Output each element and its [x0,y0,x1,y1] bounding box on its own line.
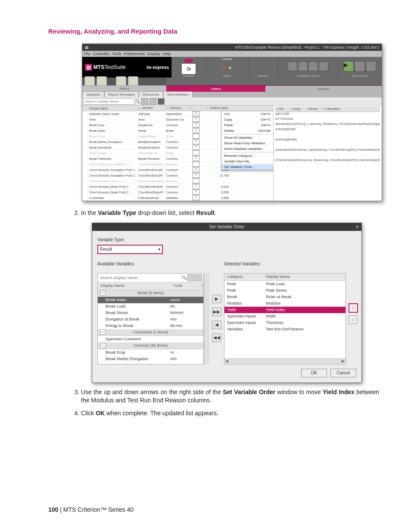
list-item[interactable]: BreakStrain at Break [224,294,346,300]
group-comments[interactable]: Comments (1 items) [98,329,203,336]
cancel-button[interactable]: Cancel [330,369,356,377]
col-enabled[interactable]: ▿ Enabled [188,106,204,110]
list-item[interactable]: Break Indexcount [98,297,203,303]
product-sub: tw express [146,65,169,70]
group-common[interactable]: Common (55 items) [98,342,203,349]
menu-controller[interactable]: Controller [93,52,110,56]
list-item[interactable]: Break StresskN/mm² [98,310,203,316]
filter-btn-3[interactable] [158,98,165,105]
list-item[interactable]: YieldYield Index [224,307,346,313]
menu-file[interactable]: File [84,52,90,56]
list-item[interactable]: Elongation at Breakmm [98,316,203,323]
menubar[interactable]: File Controller Tools Preferences Displa… [82,51,382,57]
menu-display[interactable]: Display [147,52,160,56]
stop-icon[interactable] [366,61,376,72]
ok-button[interactable]: OK [301,369,327,377]
section-heading: Reviewing, Analyzing, and Reporting Data [48,28,411,35]
list-item[interactable]: PeakPeak Load [224,281,346,287]
ctx-paste[interactable]: PasteCtrl+V [221,122,273,128]
move-up-button[interactable]: ↑ [349,303,358,313]
list-item[interactable]: PeakPeak Stress [224,287,346,294]
filter-btn-2[interactable] [149,98,156,105]
order-arrows: ↑ ↓ [349,273,356,364]
move-all-left-button[interactable]: ◀◀ [212,333,221,342]
bar-monitor[interactable]: Monitor [265,85,382,92]
cell-crosshead: Crosshead Controls [280,75,336,77]
sel-col-category[interactable]: Category [224,274,266,280]
list-item[interactable]: Break LoadkN [98,303,203,310]
tab-report-templates[interactable]: Report Templates [104,91,139,97]
ctx-show-all[interactable]: Show All Variables [221,135,273,140]
crosshead-btn-4[interactable] [319,62,328,71]
list-item[interactable]: Specimen InputsWidth [224,313,346,320]
app-icon: ▦ [85,45,89,50]
toolbar-left: ▼ [82,78,166,85]
variable-type-label: Variable Type: [97,237,356,243]
list-item[interactable]: Energy to BreakkN·mm [98,323,203,329]
bar-define[interactable]: Define [166,85,265,92]
avail-col-display-name[interactable]: Display Name [98,283,165,289]
search-icon[interactable]: 🔍 [181,275,187,281]
ctx-show-readonly[interactable]: Show Read-Only Variables [221,140,273,146]
search-input[interactable] [84,98,134,105]
variable-type-dropdown[interactable]: Result▾ [97,245,163,254]
search-bar: 🔍 [82,97,382,106]
window-title: MTS EM Example Tension (Simplified) : Pr… [235,45,379,50]
refresh-icon[interactable]: ⟳ [181,63,196,75]
bar-select[interactable]: Select [82,85,166,91]
ctx-delete[interactable]: DeleteCtrl+Del [221,128,273,134]
cell-status: Status [208,75,246,77]
move-down-button[interactable]: ↓ [349,315,357,324]
dialog-title: Set Variable Order [209,224,244,230]
list-item[interactable]: ModulusModulus [224,300,346,307]
cell-test: Test Controls [340,75,380,77]
col-identifier[interactable]: ▿ Identifier [137,106,165,110]
ctx-rename-category[interactable]: Rename Category… [221,153,273,159]
tab-test-definition[interactable]: Test Definition [163,91,193,97]
list-item[interactable]: Break Drop% [98,349,203,356]
menu-help[interactable]: Help [163,52,171,56]
ctx-copy[interactable]: CopyCtrl+C [221,117,273,122]
list-item[interactable]: Break Marker Elongationmm [98,356,203,362]
list-item[interactable]: VariablesTest Run End Reason [224,326,346,333]
ctx-set-variable-order[interactable]: Set Variable Order… [221,164,273,170]
selected-variables-pane: Category Display Name PeakPeak LoadPeakP… [224,273,346,364]
available-search-input[interactable] [99,275,181,280]
ctx-cut[interactable]: CutCtrl+X [221,111,273,117]
pause-icon[interactable] [355,61,365,72]
sel-col-display-name[interactable]: Display Name [266,274,346,280]
group-break[interactable]: Break (5 items) [98,290,203,297]
menu-tools[interactable]: Tools [112,52,121,56]
list-item[interactable]: Specimen InputsThickness [224,320,346,326]
list-item[interactable]: Break Sensitivity% [98,362,203,364]
crosshead-btn-3[interactable] [308,62,318,71]
move-all-right-button[interactable]: ▶▶ [212,308,221,316]
screenshot-variables-view: ▦ MTS EM Example Tension (Simplified) : … [82,44,382,201]
available-filter-1[interactable] [187,274,194,281]
move-right-button[interactable]: ▶ [212,295,221,303]
move-left-button[interactable]: ◀ [212,320,221,329]
available-label: Available Variables: [97,261,209,267]
available-scrollbar[interactable] [204,273,209,364]
col-category[interactable]: ▿ Category [165,106,188,110]
available-filter-2[interactable] [195,274,202,281]
crosshead-btn-2[interactable] [298,62,308,71]
tab-variables[interactable]: Variables [82,91,104,97]
ctx-update-used-by[interactable]: Update Used By [221,159,273,164]
close-icon[interactable]: ✕ [355,224,359,230]
filter-btn-1[interactable] [141,98,148,105]
col-default-value[interactable]: ▿ Default Value [204,106,230,110]
crosshead-btn-1[interactable] [288,62,297,71]
list-item[interactable]: Specimen Comment [98,336,203,342]
col-display-name[interactable]: Display Name [88,107,137,110]
variables-grid: Display Name ▿ Identifier ▿ Category ▿ E… [82,106,382,201]
available-variables-pane: 🔍 Display Name ▿ Unit ▿ [97,273,204,364]
menu-preferences[interactable]: Preferences [124,52,145,56]
ctx-show-disabled[interactable]: Show Disabled Variables [221,146,273,152]
search-icon[interactable]: 🔍 [135,99,140,103]
ribbon: ▦ MTS TestSuite tw express ⟳ Controller … [82,57,382,78]
selected-h-scrollbar[interactable]: ◀▶ [224,358,346,364]
run-icon[interactable]: ▶ [343,61,354,72]
tab-resources[interactable]: Resources [139,91,163,97]
avail-col-unit[interactable]: Unit [175,283,201,289]
